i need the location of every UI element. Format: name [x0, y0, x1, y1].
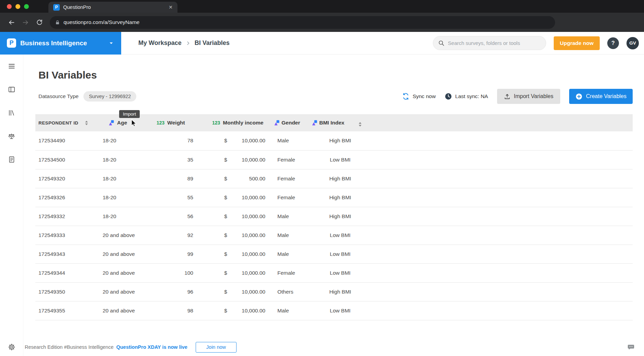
breadcrumb-current: BI Variables — [195, 39, 230, 47]
sync-now-button[interactable]: Sync now — [402, 93, 436, 100]
age-cell: 20 and above — [102, 263, 154, 282]
respondent-id-cell: 172549343 — [35, 245, 102, 263]
weight-cell: 56 — [154, 207, 199, 226]
window-controls — [0, 4, 29, 9]
currency-symbol: $ — [224, 270, 227, 276]
sort-icon[interactable] — [359, 122, 361, 127]
help-button[interactable]: ? — [607, 37, 619, 49]
weight-cell: 78 — [154, 131, 199, 150]
datasource-pill[interactable]: Survey - 12996922 — [83, 91, 137, 102]
app-body: BI Variables Datasource Type Survey - 12… — [0, 55, 644, 356]
dashboard-icon[interactable] — [8, 85, 16, 94]
monthly-income-cell: $ 10,000.00 — [199, 245, 271, 263]
url-bar[interactable]: questionpro.com/a/SurveyName — [50, 16, 555, 29]
respondent-id-header-label: RESPONDENT ID — [38, 120, 78, 126]
tab-close-icon[interactable]: ✕ — [169, 4, 173, 10]
chat-widget-button[interactable] — [627, 343, 635, 351]
age-cell: 18-20 — [102, 150, 154, 169]
filler-cell — [364, 263, 633, 282]
xday-announcement-link[interactable]: QuestionPro XDAY is now live — [116, 344, 187, 350]
reload-button[interactable] — [33, 16, 46, 29]
datasource-type-label: Datasource Type — [38, 93, 79, 99]
weight-cell: 100 — [154, 263, 199, 282]
table-row: 172534490 18-20 78 $ 10,000.00 Male High… — [35, 131, 633, 150]
balance-scale-icon[interactable] — [8, 132, 16, 140]
join-now-button[interactable]: Join now — [196, 342, 237, 353]
library-icon[interactable] — [8, 109, 16, 117]
currency-symbol: $ — [224, 308, 227, 314]
weight-cell: 35 — [154, 150, 199, 169]
bmi-cell: Low BMI — [309, 226, 354, 245]
column-header-respondent-id[interactable]: RESPONDENT ID — [35, 114, 102, 131]
sort-filler-cell — [354, 282, 364, 301]
avatar[interactable]: GV — [626, 37, 639, 49]
bmi-cell: High BMI — [309, 169, 354, 188]
import-tooltip: Import — [119, 110, 140, 118]
monthly-income-cell: $ 10,000.00 — [199, 150, 271, 169]
fullscreen-window-button[interactable] — [24, 4, 29, 9]
settings-gear-icon[interactable] — [8, 343, 16, 351]
column-header-weight[interactable]: 123 Weight — [154, 114, 199, 131]
weight-cell: 98 — [154, 301, 199, 320]
sort-filler-cell — [354, 188, 364, 207]
report-icon[interactable] — [8, 155, 16, 164]
minimize-window-button[interactable] — [15, 4, 20, 9]
monthly-income-cell: $ 10,000.00 — [199, 282, 271, 301]
sort-filler-cell — [354, 301, 364, 320]
close-window-button[interactable] — [7, 4, 12, 9]
gender-cell: Male — [271, 301, 309, 320]
column-header-sort[interactable] — [354, 114, 364, 131]
upgrade-now-button[interactable]: Upgrade now — [554, 36, 600, 50]
app-header: P Business Intelligence My Workspace BI … — [0, 32, 644, 55]
breadcrumb: My Workspace BI Variables — [138, 39, 230, 47]
tab-title: QuestionPro — [63, 4, 165, 10]
column-header-bmi-index[interactable]: BMI Index — [309, 114, 354, 131]
breadcrumb-my-workspace[interactable]: My Workspace — [138, 39, 182, 47]
income-amount: 10,000.00 — [242, 270, 265, 276]
weight-cell: 96 — [154, 282, 199, 301]
questionpro-logo-icon: P — [7, 38, 16, 48]
column-header-monthly-income[interactable]: 123 Monthly income — [199, 114, 271, 131]
sort-icon[interactable] — [85, 121, 88, 125]
sidebar — [0, 55, 23, 356]
gender-cell: Female — [271, 188, 309, 207]
filler-cell — [364, 207, 633, 226]
plus-circle-icon — [575, 93, 583, 100]
browser-tab[interactable]: P QuestionPro ✕ — [48, 2, 177, 13]
filler-cell — [364, 131, 633, 150]
monthly-income-cell: $ 10,000.00 — [199, 131, 271, 150]
bmi-cell: Low BMI — [309, 245, 354, 263]
create-variables-label: Create Variables — [586, 93, 626, 99]
category-variable-icon — [109, 120, 114, 126]
import-variables-label: Import Variables — [514, 93, 553, 99]
search-input[interactable] — [448, 40, 541, 46]
forward-button[interactable] — [19, 16, 32, 29]
product-switcher[interactable]: P Business Intelligence — [0, 32, 121, 55]
respondent-id-cell: 172534490 — [35, 131, 102, 150]
gender-cell: Female — [271, 150, 309, 169]
import-variables-button[interactable]: Import Variables — [497, 89, 560, 104]
create-variables-button[interactable]: Create Variables — [569, 89, 633, 104]
currency-symbol: $ — [224, 194, 227, 201]
bmi-cell: High BMI — [309, 188, 354, 207]
monthly-income-cell: $ 10,000.00 — [199, 207, 271, 226]
monthly-income-cell: $ 10,000.00 — [199, 226, 271, 245]
back-button[interactable] — [5, 16, 18, 29]
gender-cell: Male — [271, 131, 309, 150]
monthly-income-cell: $ 10,000.00 — [199, 188, 271, 207]
income-amount: 10,000.00 — [242, 289, 265, 295]
bmi-cell: High BMI — [309, 207, 354, 226]
questionpro-favicon-icon: P — [53, 4, 60, 11]
search-bar[interactable] — [433, 36, 546, 50]
age-cell: 18-20 — [102, 169, 154, 188]
currency-symbol: $ — [224, 213, 227, 219]
browser-tab-bar: P QuestionPro ✕ — [0, 0, 644, 13]
income-amount: 10,000.00 — [242, 213, 265, 219]
column-header-gender[interactable]: Gender — [271, 114, 309, 131]
category-variable-icon — [312, 120, 318, 126]
income-amount: 10,000.00 — [242, 251, 265, 257]
menu-icon[interactable] — [8, 62, 16, 70]
edition-label: Research Edition #Business Intelligence — [25, 344, 114, 350]
weight-cell: 55 — [154, 188, 199, 207]
age-cell: 18-20 — [102, 207, 154, 226]
